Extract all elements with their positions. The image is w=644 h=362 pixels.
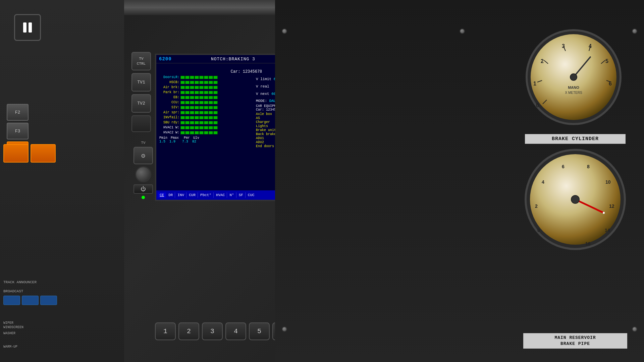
tv1-btn[interactable]: TV1	[131, 73, 151, 92]
tab-dr[interactable]: DR	[166, 192, 175, 198]
svg-point-33	[571, 195, 579, 203]
wiper-label: WIPER	[3, 321, 23, 325]
num-5[interactable]: 5	[249, 322, 270, 340]
screw-tr	[632, 28, 637, 34]
right-panel: 0 1 2 3 4 5 6 MANO X METERS BRAKE CYLIND…	[275, 0, 644, 362]
tab-cur[interactable]: CUR	[187, 192, 198, 198]
tv-gear-area: TV ⚙ ⏻	[133, 141, 153, 199]
knob[interactable]	[135, 166, 151, 182]
top-gauge-svg: 0 1 2 3 4 5 6 MANO X METERS	[523, 27, 624, 127]
brake-cylinder-label: BRAKE CYLINDER	[525, 134, 626, 144]
svg-point-19	[570, 74, 577, 80]
svg-text:X METERS: X METERS	[565, 91, 582, 95]
tab-pbct[interactable]: Pbct°	[198, 192, 214, 198]
power-btn[interactable]: ⏻	[133, 184, 153, 194]
svg-text:0: 0	[537, 228, 540, 233]
bottom-gauge-svg: 0 2 4 6 8 10 12 14 16	[523, 147, 627, 251]
pmax-value: 1.9	[169, 140, 175, 143]
blue-btn-3[interactable]	[40, 296, 57, 305]
broadcast-label: BROADCAST	[3, 288, 37, 295]
svg-text:2: 2	[541, 58, 544, 64]
status-section: DoorsLR: HSCB: Air brk:	[156, 74, 254, 184]
svg-text:16: 16	[585, 241, 591, 246]
svg-text:MANO: MANO	[568, 85, 579, 89]
wiper-section: WIPER WINDSCREEN WASHER	[3, 321, 23, 335]
tab-cuc[interactable]: CUC	[246, 192, 257, 198]
orange-btn-2[interactable]	[31, 144, 56, 163]
tab-n[interactable]: N°	[227, 192, 236, 198]
bottom-gauge-container: 0 2 4 6 8 10 12 14 16	[523, 147, 627, 251]
green-indicator	[142, 196, 145, 199]
warm-up-label: WARM-UP	[3, 345, 17, 349]
svg-text:2: 2	[535, 203, 538, 209]
screen-train-id: 6200	[159, 56, 172, 62]
ulv-value: 82	[192, 140, 196, 143]
tv-ctrl-btn[interactable]: TVCTRL	[131, 52, 151, 70]
screw-tm	[460, 28, 465, 34]
screw-br	[632, 326, 637, 332]
pmin-value: 1.5	[159, 140, 165, 143]
svg-point-32	[603, 212, 605, 214]
svg-text:5: 5	[605, 58, 608, 64]
tab-inv[interactable]: INV	[175, 192, 186, 198]
gear-btn[interactable]: ⚙	[133, 147, 153, 164]
svg-text:12: 12	[609, 203, 614, 209]
tab-hvac[interactable]: HVAC	[214, 192, 227, 198]
num-3[interactable]: 3	[202, 322, 223, 340]
func-key-f3[interactable]: F3	[7, 123, 29, 139]
pause-icon	[23, 22, 32, 33]
screw-tl	[282, 28, 287, 34]
svg-text:10: 10	[605, 179, 611, 185]
left-panel: F2 F3 F4 TRACK ANNOUNCER BROADCAST WIPER…	[0, 0, 124, 362]
tv-blank-btn[interactable]	[131, 115, 151, 132]
track-announcer-label: TRACK ANNOUNCER BROADCAST	[3, 279, 37, 295]
svg-text:6: 6	[562, 164, 565, 169]
orange-btn-1[interactable]	[3, 144, 29, 163]
pmr-value: 7.3	[182, 140, 188, 143]
tab-ce[interactable]: CE	[158, 192, 166, 198]
blue-btn-2[interactable]	[22, 296, 39, 305]
svg-text:4: 4	[589, 43, 592, 49]
main-reservoir-label: MAIN RESERVOIRBRAKE PIPE	[523, 333, 627, 349]
tv-label: TV	[141, 141, 145, 145]
func-key-f2[interactable]: F2	[7, 104, 29, 121]
num-2[interactable]: 2	[178, 322, 199, 340]
top-gauge-container: 0 1 2 3 4 5 6 MANO X METERS	[523, 27, 624, 127]
windscreen-label: WINDSCREEN	[3, 325, 23, 329]
num-1[interactable]: 1	[155, 322, 176, 340]
pause-button[interactable]	[14, 14, 41, 41]
svg-text:4: 4	[542, 179, 544, 185]
blue-btn-1[interactable]	[3, 296, 20, 305]
svg-text:0: 0	[536, 103, 539, 108]
num-4[interactable]: 4	[225, 322, 246, 340]
screw-bl	[282, 326, 287, 332]
tv2-btn[interactable]: TV2	[131, 94, 151, 113]
svg-text:8: 8	[587, 164, 590, 169]
tv-buttons-group: TVCTRL TV1 TV2	[131, 52, 151, 132]
screen-notch: NOTCH:BRAKING 3	[211, 57, 255, 62]
blue-buttons	[3, 296, 57, 305]
svg-text:14: 14	[605, 228, 610, 233]
svg-text:1: 1	[533, 81, 536, 86]
tab-sf[interactable]: SF	[237, 192, 246, 198]
washer-label: WASHER	[3, 331, 23, 335]
